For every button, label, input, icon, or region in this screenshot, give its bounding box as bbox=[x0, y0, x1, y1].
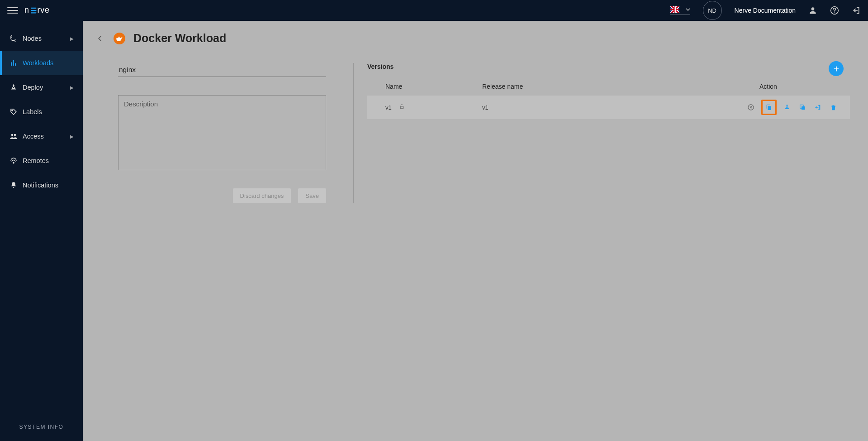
access-icon bbox=[9, 132, 18, 141]
sidebar-item-label: Deploy bbox=[23, 84, 43, 91]
chevron-right-icon: ▶ bbox=[70, 85, 74, 90]
app-header: nrve ND Nerve Documentation bbox=[0, 0, 868, 21]
chevron-right-icon: ▶ bbox=[70, 36, 74, 41]
user-avatar[interactable]: ND bbox=[703, 1, 722, 20]
svg-text:rve: rve bbox=[38, 6, 50, 14]
sidebar-item-remotes[interactable]: Remotes bbox=[0, 149, 83, 173]
system-info-link[interactable]: SYSTEM INFO bbox=[0, 424, 83, 430]
sidebar-item-label: Access bbox=[23, 133, 44, 140]
documentation-link[interactable]: Nerve Documentation bbox=[735, 7, 796, 14]
remotes-icon bbox=[9, 156, 18, 165]
workload-description-input[interactable] bbox=[118, 95, 326, 170]
docker-workload-icon bbox=[114, 33, 125, 44]
discard-button[interactable]: Discard changes bbox=[233, 188, 291, 203]
column-header-action: Action bbox=[759, 83, 850, 90]
page-title: Docker Workload bbox=[133, 32, 226, 45]
svg-point-9 bbox=[14, 134, 16, 136]
save-button[interactable]: Save bbox=[298, 188, 326, 203]
versions-table: Name Release name Action v1 v1 bbox=[367, 79, 850, 119]
svg-rect-5 bbox=[13, 60, 14, 66]
chevron-down-icon bbox=[686, 8, 690, 11]
svg-rect-11 bbox=[400, 106, 403, 109]
sidebar-item-deploy[interactable]: Deploy ▶ bbox=[0, 75, 83, 100]
version-row[interactable]: v1 v1 bbox=[367, 96, 850, 119]
svg-point-2 bbox=[811, 7, 815, 10]
sidebar-item-label: Nodes bbox=[23, 35, 42, 42]
svg-point-10 bbox=[13, 162, 14, 163]
back-button[interactable] bbox=[95, 33, 105, 44]
delete-action-icon[interactable] bbox=[829, 103, 837, 111]
export-action-icon[interactable] bbox=[814, 103, 822, 111]
column-header-release: Release name bbox=[482, 83, 759, 90]
logout-icon[interactable] bbox=[852, 6, 861, 15]
sidebar-item-nodes[interactable]: Nodes ▶ bbox=[0, 26, 83, 51]
svg-text:n: n bbox=[24, 6, 29, 14]
menu-toggle-button[interactable] bbox=[7, 5, 18, 16]
nodes-icon bbox=[9, 34, 18, 43]
sidebar-item-label: Labels bbox=[23, 108, 42, 115]
cancel-action-icon[interactable] bbox=[747, 103, 755, 111]
sidebar-item-label: Remotes bbox=[23, 157, 49, 164]
sidebar-item-notifications[interactable]: Notifications bbox=[0, 173, 83, 197]
chevron-right-icon: ▶ bbox=[70, 134, 74, 139]
user-initials: ND bbox=[708, 7, 716, 14]
sidebar-item-labels[interactable]: Labels bbox=[0, 100, 83, 124]
add-version-button[interactable] bbox=[829, 61, 844, 76]
nerve-logo: nrve bbox=[24, 6, 65, 15]
sidebar: Nodes ▶ Workloads Deploy ▶ Labels Access… bbox=[0, 21, 83, 441]
svg-rect-13 bbox=[768, 106, 771, 110]
version-name-cell: v1 bbox=[385, 104, 392, 111]
main-content: Docker Workload Discard changes Save Ver… bbox=[83, 21, 868, 441]
svg-rect-6 bbox=[15, 63, 16, 66]
deploy-icon bbox=[9, 83, 18, 92]
workloads-icon bbox=[9, 58, 18, 67]
deploy-action-icon[interactable] bbox=[783, 103, 791, 111]
help-icon[interactable] bbox=[830, 6, 839, 15]
labels-icon bbox=[9, 107, 18, 116]
user-icon[interactable] bbox=[808, 6, 817, 15]
sidebar-item-access[interactable]: Access ▶ bbox=[0, 124, 83, 149]
version-release-cell: v1 bbox=[482, 104, 489, 111]
workload-name-input[interactable] bbox=[118, 63, 326, 77]
svg-point-8 bbox=[11, 134, 14, 136]
svg-point-7 bbox=[12, 110, 13, 111]
clone-action-icon[interactable] bbox=[761, 100, 777, 115]
column-header-name: Name bbox=[385, 83, 482, 90]
unlocked-icon bbox=[399, 104, 405, 111]
copy-action-icon[interactable] bbox=[798, 103, 806, 111]
language-selector[interactable] bbox=[670, 6, 690, 15]
sidebar-item-workloads[interactable]: Workloads bbox=[0, 51, 83, 75]
sidebar-item-label: Notifications bbox=[23, 182, 58, 189]
uk-flag-icon bbox=[670, 6, 679, 13]
sidebar-item-label: Workloads bbox=[23, 59, 53, 67]
svg-rect-4 bbox=[11, 62, 12, 66]
bell-icon bbox=[9, 181, 18, 190]
versions-section-title: Versions bbox=[367, 63, 394, 70]
